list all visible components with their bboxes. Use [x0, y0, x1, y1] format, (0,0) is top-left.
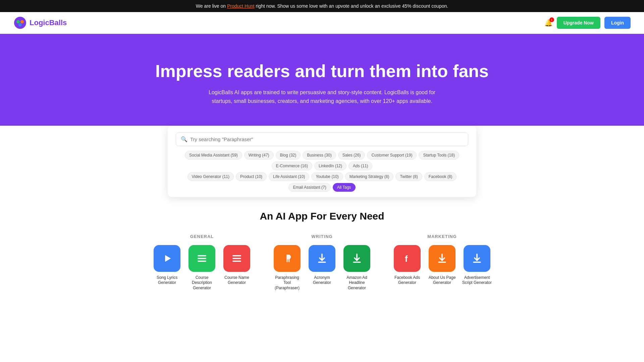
- app-icon: [274, 245, 301, 272]
- category-label: MARKETING: [427, 234, 457, 239]
- category: MARKETINGfFacebook Ads GeneratorAbout Us…: [392, 234, 492, 291]
- svg-point-1: [16, 20, 20, 23]
- search-input-wrap[interactable]: 🔍: [176, 132, 468, 146]
- tag[interactable]: LinkedIn (12): [314, 162, 346, 170]
- app-name: Course Name Generator: [222, 275, 252, 286]
- upgrade-button[interactable]: Upgrade Now: [557, 17, 600, 29]
- notification-badge: 1: [549, 17, 554, 22]
- login-button[interactable]: Login: [604, 17, 631, 29]
- tag[interactable]: Ads (11): [348, 162, 372, 170]
- svg-point-3: [18, 23, 22, 26]
- app-card[interactable]: Course Description Generator: [187, 245, 217, 291]
- app-icon: [189, 245, 215, 272]
- tag[interactable]: Twitter (8): [395, 172, 422, 181]
- apps-section: An AI App For Every Need GENERALSong Lyr…: [0, 197, 644, 311]
- logo[interactable]: LogicBalls: [13, 16, 67, 29]
- tag[interactable]: Sales (26): [338, 151, 365, 160]
- app-name: About Us Page Generator: [427, 275, 457, 286]
- app-icon: f: [394, 245, 421, 272]
- tag[interactable]: Business (30): [303, 151, 336, 160]
- app-card[interactable]: Course Name Generator: [222, 245, 252, 291]
- apps-row: fFacebook Ads GeneratorAbout Us Page Gen…: [392, 245, 492, 286]
- svg-marker-4: [165, 255, 171, 262]
- tags-row-2: Video Generator (11)Product (10)Life Ass…: [176, 172, 468, 192]
- app-card[interactable]: Song Lyrics Generator: [152, 245, 182, 291]
- app-card[interactable]: About Us Page Generator: [427, 245, 457, 286]
- app-icon: [343, 245, 370, 272]
- categories-grid: GENERALSong Lyrics GeneratorCourse Descr…: [13, 234, 631, 291]
- tag[interactable]: Youtube (10): [311, 172, 343, 181]
- tag[interactable]: Email Assistant (7): [288, 183, 330, 192]
- nav-right: 🔔 1 Upgrade Now Login: [544, 17, 631, 29]
- app-name: Advertisement Script Generator: [462, 275, 492, 286]
- app-icon: [154, 245, 180, 272]
- app-card[interactable]: Advertisement Script Generator: [462, 245, 492, 286]
- app-icon: [464, 245, 490, 272]
- tag[interactable]: Startup Tools (18): [419, 151, 459, 160]
- tag[interactable]: Marketing Strategy (8): [345, 172, 394, 181]
- app-card[interactable]: Amazon Ad Headline Generator: [342, 245, 372, 291]
- tag[interactable]: Product (10): [236, 172, 267, 181]
- apps-row: Paraphrasing Tool (Paraphraser)Acronym G…: [272, 245, 372, 291]
- app-name: Acronym Generator: [307, 275, 337, 286]
- tag[interactable]: All Tags: [333, 183, 356, 192]
- svg-rect-7: [198, 260, 206, 262]
- app-name: Facebook Ads Generator: [392, 275, 422, 286]
- svg-rect-8: [232, 255, 241, 256]
- svg-rect-9: [232, 258, 241, 259]
- tag[interactable]: E-Commerce (16): [272, 162, 312, 170]
- hero-section: Impress readers and turn them into fans …: [0, 34, 644, 139]
- logo-icon: [13, 16, 27, 29]
- app-name: Course Description Generator: [187, 275, 217, 291]
- app-card[interactable]: Paraphrasing Tool (Paraphraser): [272, 245, 302, 291]
- tag[interactable]: Writing (47): [244, 151, 274, 160]
- app-card[interactable]: Acronym Generator: [307, 245, 337, 291]
- svg-rect-10: [232, 260, 241, 262]
- tag[interactable]: Facebook (8): [424, 172, 457, 181]
- tag[interactable]: Blog (32): [276, 151, 301, 160]
- svg-text:f: f: [405, 254, 408, 263]
- search-input[interactable]: [190, 136, 463, 142]
- hero-subtext: LogicBalls AI apps are trained to write …: [205, 88, 439, 105]
- banner-text-before: We are live on: [196, 3, 227, 9]
- hero-headline: Impress readers and turn them into fans: [13, 61, 631, 81]
- tag[interactable]: Video Generator (11): [187, 172, 234, 181]
- svg-rect-6: [198, 258, 206, 259]
- app-name: Amazon Ad Headline Generator: [342, 275, 372, 291]
- category: WRITINGParaphrasing Tool (Paraphraser)Ac…: [272, 234, 372, 291]
- app-name: Song Lyrics Generator: [152, 275, 182, 286]
- navbar: LogicBalls 🔔 1 Upgrade Now Login: [0, 12, 644, 34]
- svg-point-2: [20, 20, 24, 23]
- svg-point-0: [14, 17, 26, 29]
- tags-row-1: Social Media Assistant (59)Writing (47)B…: [176, 151, 468, 170]
- search-section: 🔍 Social Media Assistant (59)Writing (47…: [0, 126, 644, 197]
- notifications-button[interactable]: 🔔 1: [544, 19, 553, 27]
- category: GENERALSong Lyrics GeneratorCourse Descr…: [152, 234, 252, 291]
- app-icon: [223, 245, 250, 272]
- top-banner: We are live on Product Hunt right now. S…: [0, 0, 644, 12]
- tag[interactable]: Life Assistant (10): [269, 172, 309, 181]
- logo-text: LogicBalls: [30, 18, 67, 27]
- app-icon: [309, 245, 335, 272]
- app-card[interactable]: fFacebook Ads Generator: [392, 245, 422, 286]
- category-label: WRITING: [311, 234, 332, 239]
- apps-row: Song Lyrics GeneratorCourse Description …: [152, 245, 252, 291]
- app-icon: [429, 245, 455, 272]
- tag[interactable]: Customer Support (19): [367, 151, 417, 160]
- apps-heading: An AI App For Every Need: [13, 210, 631, 222]
- product-hunt-link[interactable]: Product Hunt: [227, 3, 255, 9]
- svg-rect-5: [198, 255, 206, 256]
- category-label: GENERAL: [190, 234, 214, 239]
- search-icon: 🔍: [181, 136, 187, 142]
- app-name: Paraphrasing Tool (Paraphraser): [272, 275, 302, 291]
- tag[interactable]: Social Media Assistant (59): [185, 151, 242, 160]
- search-box: 🔍 Social Media Assistant (59)Writing (47…: [168, 126, 476, 197]
- banner-text-after: right now. Show us some love with an upv…: [255, 3, 448, 9]
